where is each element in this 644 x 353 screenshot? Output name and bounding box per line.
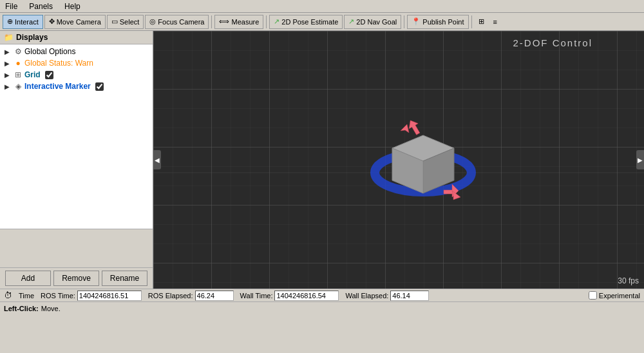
remove-button[interactable]: Remove	[53, 271, 99, 286]
publish-point-btn[interactable]: 📍 Publish Point	[407, 15, 468, 29]
toolbar-sep-3	[404, 15, 404, 28]
extra-btn-1[interactable]: ⊞	[475, 15, 488, 29]
publish-point-icon: 📍	[412, 17, 421, 26]
collapse-global-options[interactable]: ▶	[3, 48, 12, 55]
interact-icon: ⊕	[7, 17, 13, 26]
fps-label: 30 fps	[618, 276, 639, 285]
menubar: File Panels Help	[0, 0, 644, 13]
grid-label: Grid	[24, 70, 41, 79]
focus-camera-icon: ◎	[149, 17, 156, 26]
main-area: 📁 Displays ▶ ⚙ Global Options ▶ ● Global…	[0, 31, 644, 289]
nav-goal-btn[interactable]: ↗ 2D Nav Goal	[344, 15, 401, 29]
warning-icon: ●	[14, 59, 23, 68]
left-bottom-area	[0, 229, 153, 267]
left-panel: 📁 Displays ▶ ⚙ Global Options ▶ ● Global…	[0, 31, 153, 289]
panel-buttons: Add Remove Rename	[0, 267, 153, 289]
time-bar: ⏱ Time ROS Time: ROS Elapsed: Wall Time:…	[0, 289, 644, 301]
measure-label: Measure	[231, 18, 259, 26]
toolbar-sep-4	[471, 15, 472, 28]
svg-marker-7	[406, 118, 422, 137]
grid-checkbox[interactable]	[45, 71, 53, 79]
svg-marker-9	[401, 124, 409, 133]
experimental-label: Experimental	[599, 292, 640, 300]
interact-btn[interactable]: ⊕ Interact	[3, 15, 43, 29]
time-label: Time	[19, 292, 34, 300]
left-click-label: Left-Click:	[4, 305, 39, 312]
displays-title: Displays	[16, 33, 48, 42]
select-icon: ▭	[111, 17, 118, 26]
menu-panels[interactable]: Panels	[26, 2, 55, 11]
ros-elapsed-field: ROS Elapsed:	[148, 291, 234, 301]
wall-elapsed-field: Wall Elapsed:	[345, 291, 429, 301]
collapse-interactive-marker[interactable]: ▶	[3, 83, 12, 90]
interact-label: Interact	[15, 18, 39, 26]
left-click-value: Move.	[41, 305, 61, 312]
focus-camera-btn[interactable]: ◎ Focus Camera	[145, 15, 209, 29]
global-status-label: Global Status: Warn	[24, 59, 93, 68]
ros-elapsed-label: ROS Elapsed:	[148, 292, 193, 300]
pose-estimate-label: 2D Pose Estimate	[281, 18, 338, 26]
tree-item-global-status[interactable]: ▶ ● Global Status: Warn	[0, 57, 153, 69]
experimental-checkbox[interactable]	[589, 291, 597, 300]
time-clock-icon: ⏱	[4, 291, 12, 300]
left-collapse-handle[interactable]: ◀	[153, 150, 161, 169]
toolbar: ⊕ Interact ✥ Move Camera ▭ Select ◎ Focu…	[0, 13, 644, 31]
interactive-marker-label: Interactive Marker	[24, 82, 91, 91]
ros-time-field: ROS Time:	[41, 291, 142, 301]
grid-tree-icon: ⊞	[14, 70, 23, 79]
viewport[interactable]: 2-DOF Control 30 fps ◀ ▶	[153, 31, 644, 289]
focus-camera-label: Focus Camera	[158, 18, 204, 26]
global-options-label: Global Options	[24, 47, 75, 56]
toolbar-sep-1	[211, 15, 212, 28]
rename-button[interactable]: Rename	[102, 271, 147, 286]
move-camera-btn[interactable]: ✥ Move Camera	[44, 15, 106, 29]
tree-item-global-options[interactable]: ▶ ⚙ Global Options	[0, 46, 153, 57]
pose-estimate-icon: ↗	[274, 17, 279, 26]
measure-btn[interactable]: ⟺ Measure	[214, 15, 263, 29]
experimental-check: Experimental	[589, 291, 640, 300]
move-camera-icon: ✥	[49, 17, 55, 26]
displays-tree: ▶ ⚙ Global Options ▶ ● Global Status: Wa…	[0, 44, 153, 229]
collapse-global-status[interactable]: ▶	[3, 60, 12, 67]
ring-svg	[352, 95, 494, 224]
publish-point-label: Publish Point	[422, 18, 464, 26]
marker-tree-icon: ◈	[14, 82, 23, 91]
extra-btn-2[interactable]: ≡	[489, 15, 501, 29]
wall-elapsed-input[interactable]	[390, 291, 429, 301]
select-label: Select	[120, 18, 140, 26]
move-camera-label: Move Camera	[57, 18, 101, 26]
select-btn[interactable]: ▭ Select	[107, 15, 144, 29]
tree-item-grid[interactable]: ▶ ⊞ Grid	[0, 69, 153, 81]
pose-estimate-btn[interactable]: ↗ 2D Pose Estimate	[269, 15, 343, 29]
viewport-label: 2-DOF Control	[513, 37, 592, 48]
wall-time-input[interactable]	[274, 291, 339, 301]
interactive-marker-checkbox[interactable]	[95, 82, 104, 91]
ros-elapsed-input[interactable]	[195, 291, 234, 301]
nav-goal-label: 2D Nav Goal	[356, 18, 397, 26]
right-collapse-handle[interactable]: ▶	[636, 150, 644, 169]
displays-header: 📁 Displays	[0, 31, 153, 44]
ros-time-input[interactable]	[77, 291, 142, 301]
ros-time-label: ROS Time:	[41, 292, 75, 300]
toolbar-sep-2	[266, 15, 267, 28]
displays-folder-icon: 📁	[4, 33, 14, 42]
tree-item-interactive-marker[interactable]: ▶ ◈ Interactive Marker	[0, 81, 153, 92]
nav-goal-icon: ↗	[348, 17, 354, 26]
menu-help[interactable]: Help	[62, 2, 83, 11]
scene-container	[352, 95, 494, 224]
add-button[interactable]: Add	[5, 271, 51, 286]
measure-icon: ⟺	[219, 17, 229, 26]
status-bar: Left-Click: Move.	[0, 301, 644, 314]
grid-icon: ⊞	[478, 17, 484, 26]
menu-file[interactable]: File	[3, 2, 20, 11]
collapse-grid[interactable]: ▶	[3, 72, 12, 79]
wall-time-label: Wall Time:	[240, 292, 273, 300]
wall-time-field: Wall Time:	[240, 291, 339, 301]
options-icon: ⚙	[14, 47, 23, 56]
more-icon: ≡	[493, 18, 497, 26]
wall-elapsed-label: Wall Elapsed:	[345, 292, 388, 300]
